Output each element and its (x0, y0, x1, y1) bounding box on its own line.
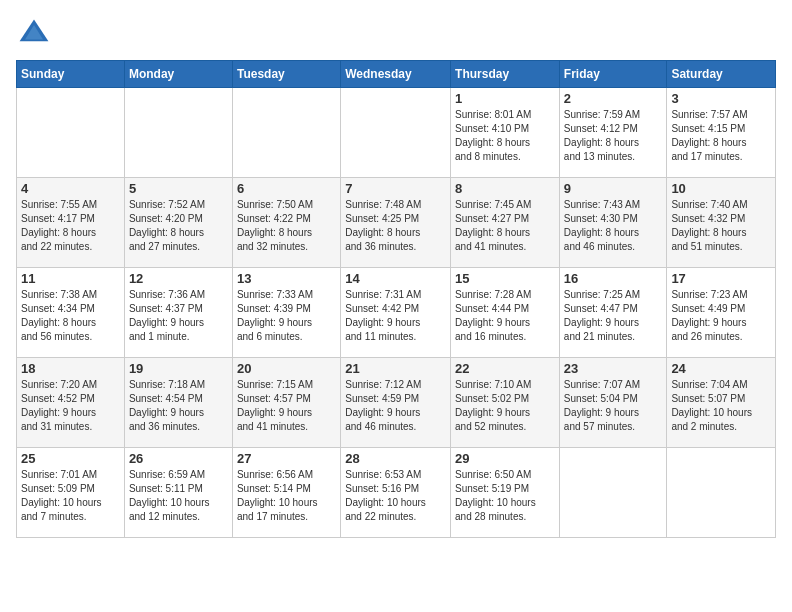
day-number: 6 (237, 181, 336, 196)
weekday-row: SundayMondayTuesdayWednesdayThursdayFrid… (17, 61, 776, 88)
weekday-header-thursday: Thursday (451, 61, 560, 88)
page-header (16, 16, 776, 52)
calendar-week-5: 25Sunrise: 7:01 AM Sunset: 5:09 PM Dayli… (17, 448, 776, 538)
calendar-body: 1Sunrise: 8:01 AM Sunset: 4:10 PM Daylig… (17, 88, 776, 538)
day-info: Sunrise: 7:57 AM Sunset: 4:15 PM Dayligh… (671, 108, 771, 164)
calendar-cell: 22Sunrise: 7:10 AM Sunset: 5:02 PM Dayli… (451, 358, 560, 448)
day-number: 12 (129, 271, 228, 286)
day-info: Sunrise: 7:18 AM Sunset: 4:54 PM Dayligh… (129, 378, 228, 434)
calendar-cell (232, 88, 340, 178)
day-number: 8 (455, 181, 555, 196)
day-number: 11 (21, 271, 120, 286)
calendar-cell: 14Sunrise: 7:31 AM Sunset: 4:42 PM Dayli… (341, 268, 451, 358)
day-number: 13 (237, 271, 336, 286)
day-info: Sunrise: 7:20 AM Sunset: 4:52 PM Dayligh… (21, 378, 120, 434)
calendar-cell (341, 88, 451, 178)
day-number: 1 (455, 91, 555, 106)
weekday-header-monday: Monday (124, 61, 232, 88)
day-info: Sunrise: 6:50 AM Sunset: 5:19 PM Dayligh… (455, 468, 555, 524)
calendar-cell: 5Sunrise: 7:52 AM Sunset: 4:20 PM Daylig… (124, 178, 232, 268)
day-info: Sunrise: 7:01 AM Sunset: 5:09 PM Dayligh… (21, 468, 120, 524)
calendar-cell (17, 88, 125, 178)
day-number: 5 (129, 181, 228, 196)
day-info: Sunrise: 7:15 AM Sunset: 4:57 PM Dayligh… (237, 378, 336, 434)
day-info: Sunrise: 7:59 AM Sunset: 4:12 PM Dayligh… (564, 108, 663, 164)
day-info: Sunrise: 7:28 AM Sunset: 4:44 PM Dayligh… (455, 288, 555, 344)
calendar-cell: 6Sunrise: 7:50 AM Sunset: 4:22 PM Daylig… (232, 178, 340, 268)
calendar-cell: 21Sunrise: 7:12 AM Sunset: 4:59 PM Dayli… (341, 358, 451, 448)
day-info: Sunrise: 6:59 AM Sunset: 5:11 PM Dayligh… (129, 468, 228, 524)
day-number: 10 (671, 181, 771, 196)
calendar-cell: 17Sunrise: 7:23 AM Sunset: 4:49 PM Dayli… (667, 268, 776, 358)
day-number: 28 (345, 451, 446, 466)
calendar-cell: 11Sunrise: 7:38 AM Sunset: 4:34 PM Dayli… (17, 268, 125, 358)
calendar-cell: 4Sunrise: 7:55 AM Sunset: 4:17 PM Daylig… (17, 178, 125, 268)
day-number: 25 (21, 451, 120, 466)
calendar-cell: 28Sunrise: 6:53 AM Sunset: 5:16 PM Dayli… (341, 448, 451, 538)
calendar-cell: 3Sunrise: 7:57 AM Sunset: 4:15 PM Daylig… (667, 88, 776, 178)
day-number: 17 (671, 271, 771, 286)
weekday-header-tuesday: Tuesday (232, 61, 340, 88)
day-info: Sunrise: 7:43 AM Sunset: 4:30 PM Dayligh… (564, 198, 663, 254)
calendar-week-1: 1Sunrise: 8:01 AM Sunset: 4:10 PM Daylig… (17, 88, 776, 178)
day-info: Sunrise: 7:36 AM Sunset: 4:37 PM Dayligh… (129, 288, 228, 344)
day-number: 4 (21, 181, 120, 196)
calendar-cell: 16Sunrise: 7:25 AM Sunset: 4:47 PM Dayli… (559, 268, 667, 358)
day-number: 29 (455, 451, 555, 466)
day-number: 23 (564, 361, 663, 376)
calendar-cell: 7Sunrise: 7:48 AM Sunset: 4:25 PM Daylig… (341, 178, 451, 268)
weekday-header-wednesday: Wednesday (341, 61, 451, 88)
day-info: Sunrise: 7:50 AM Sunset: 4:22 PM Dayligh… (237, 198, 336, 254)
day-info: Sunrise: 7:52 AM Sunset: 4:20 PM Dayligh… (129, 198, 228, 254)
day-number: 27 (237, 451, 336, 466)
weekday-header-friday: Friday (559, 61, 667, 88)
calendar-cell: 29Sunrise: 6:50 AM Sunset: 5:19 PM Dayli… (451, 448, 560, 538)
calendar-cell: 25Sunrise: 7:01 AM Sunset: 5:09 PM Dayli… (17, 448, 125, 538)
day-info: Sunrise: 6:53 AM Sunset: 5:16 PM Dayligh… (345, 468, 446, 524)
day-info: Sunrise: 7:07 AM Sunset: 5:04 PM Dayligh… (564, 378, 663, 434)
day-number: 16 (564, 271, 663, 286)
day-number: 3 (671, 91, 771, 106)
calendar-cell: 24Sunrise: 7:04 AM Sunset: 5:07 PM Dayli… (667, 358, 776, 448)
calendar-cell: 23Sunrise: 7:07 AM Sunset: 5:04 PM Dayli… (559, 358, 667, 448)
day-number: 21 (345, 361, 446, 376)
day-number: 26 (129, 451, 228, 466)
day-info: Sunrise: 7:40 AM Sunset: 4:32 PM Dayligh… (671, 198, 771, 254)
calendar-cell: 1Sunrise: 8:01 AM Sunset: 4:10 PM Daylig… (451, 88, 560, 178)
calendar-cell: 20Sunrise: 7:15 AM Sunset: 4:57 PM Dayli… (232, 358, 340, 448)
day-info: Sunrise: 8:01 AM Sunset: 4:10 PM Dayligh… (455, 108, 555, 164)
day-info: Sunrise: 7:10 AM Sunset: 5:02 PM Dayligh… (455, 378, 555, 434)
calendar-cell (124, 88, 232, 178)
weekday-header-sunday: Sunday (17, 61, 125, 88)
day-number: 20 (237, 361, 336, 376)
day-info: Sunrise: 7:31 AM Sunset: 4:42 PM Dayligh… (345, 288, 446, 344)
calendar-cell: 27Sunrise: 6:56 AM Sunset: 5:14 PM Dayli… (232, 448, 340, 538)
day-number: 19 (129, 361, 228, 376)
calendar-cell: 8Sunrise: 7:45 AM Sunset: 4:27 PM Daylig… (451, 178, 560, 268)
calendar-week-2: 4Sunrise: 7:55 AM Sunset: 4:17 PM Daylig… (17, 178, 776, 268)
day-info: Sunrise: 7:48 AM Sunset: 4:25 PM Dayligh… (345, 198, 446, 254)
calendar-table: SundayMondayTuesdayWednesdayThursdayFrid… (16, 60, 776, 538)
logo (16, 16, 56, 52)
calendar-cell: 18Sunrise: 7:20 AM Sunset: 4:52 PM Dayli… (17, 358, 125, 448)
day-number: 9 (564, 181, 663, 196)
calendar-cell: 19Sunrise: 7:18 AM Sunset: 4:54 PM Dayli… (124, 358, 232, 448)
day-info: Sunrise: 7:12 AM Sunset: 4:59 PM Dayligh… (345, 378, 446, 434)
calendar-cell: 15Sunrise: 7:28 AM Sunset: 4:44 PM Dayli… (451, 268, 560, 358)
calendar-week-4: 18Sunrise: 7:20 AM Sunset: 4:52 PM Dayli… (17, 358, 776, 448)
day-info: Sunrise: 7:45 AM Sunset: 4:27 PM Dayligh… (455, 198, 555, 254)
day-info: Sunrise: 7:04 AM Sunset: 5:07 PM Dayligh… (671, 378, 771, 434)
day-number: 22 (455, 361, 555, 376)
day-info: Sunrise: 7:23 AM Sunset: 4:49 PM Dayligh… (671, 288, 771, 344)
calendar-cell: 10Sunrise: 7:40 AM Sunset: 4:32 PM Dayli… (667, 178, 776, 268)
calendar-cell: 13Sunrise: 7:33 AM Sunset: 4:39 PM Dayli… (232, 268, 340, 358)
calendar-cell: 2Sunrise: 7:59 AM Sunset: 4:12 PM Daylig… (559, 88, 667, 178)
day-number: 15 (455, 271, 555, 286)
calendar-cell (559, 448, 667, 538)
calendar-cell: 26Sunrise: 6:59 AM Sunset: 5:11 PM Dayli… (124, 448, 232, 538)
weekday-header-saturday: Saturday (667, 61, 776, 88)
calendar-header: SundayMondayTuesdayWednesdayThursdayFrid… (17, 61, 776, 88)
logo-icon (16, 16, 52, 52)
day-info: Sunrise: 6:56 AM Sunset: 5:14 PM Dayligh… (237, 468, 336, 524)
day-number: 24 (671, 361, 771, 376)
